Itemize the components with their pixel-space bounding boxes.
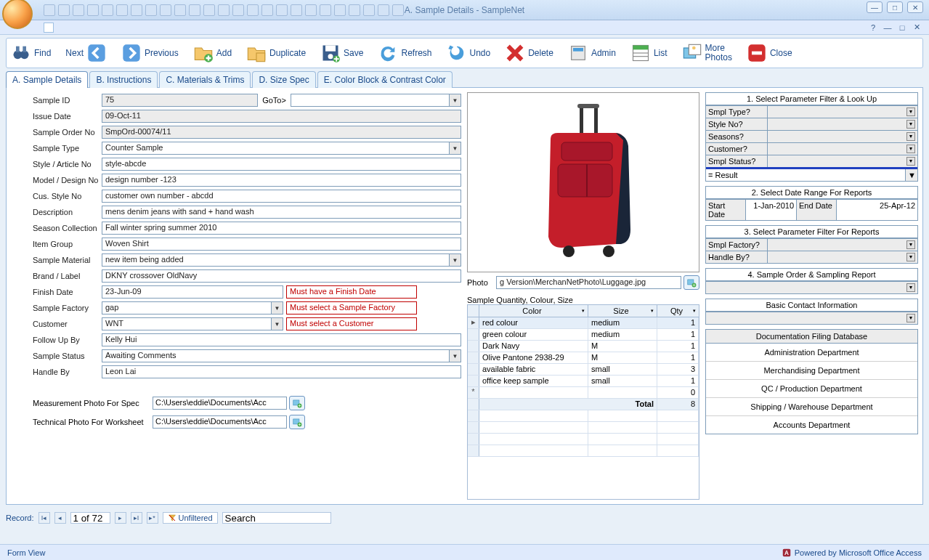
style-no-select[interactable]: ▼ [768, 118, 917, 130]
tab-sample-details[interactable]: A. Sample Details [6, 71, 88, 88]
table-row[interactable]: ▸red colourmedium1 [468, 317, 699, 329]
customer-input[interactable]: WNT [102, 317, 272, 330]
tab-materials-trims[interactable]: C. Materials & Trims [159, 71, 251, 88]
photo-browse-button[interactable] [683, 275, 699, 290]
qat-icon[interactable] [58, 4, 70, 16]
qat-icon[interactable] [363, 4, 375, 16]
qat-icon[interactable] [145, 4, 157, 16]
qat-icon[interactable] [305, 4, 317, 16]
cus-style-input[interactable]: customer own number - abcdd [102, 190, 461, 203]
chevron-down-icon[interactable]: ▼ [906, 253, 915, 261]
sample-material-dropdown-arrow[interactable]: ▼ [450, 253, 461, 267]
chevron-down-icon[interactable]: ▼ [906, 107, 915, 116]
qat-icon[interactable] [116, 4, 128, 16]
doc-admin-link[interactable]: Administration Department [706, 344, 917, 362]
previous-button[interactable]: Previous [121, 43, 179, 63]
chevron-down-icon[interactable]: ▼ [906, 145, 915, 153]
doc-merch-link[interactable]: Merchandising Department [706, 362, 917, 380]
restore-ribbon-icon[interactable]: □ [897, 23, 907, 33]
sample-type-dropdown-arrow[interactable]: ▼ [450, 142, 461, 155]
customer-dropdown-arrow[interactable]: ▼ [272, 317, 283, 330]
table-row[interactable]: green colourmedium1 [468, 329, 699, 341]
customer-filter-select[interactable]: ▼ [768, 143, 917, 155]
qat-icon[interactable] [218, 4, 230, 16]
record-position-input[interactable] [70, 512, 110, 524]
doc-qc-link[interactable]: QC / Production Department [706, 380, 917, 398]
qat-icon[interactable] [203, 4, 215, 16]
grid-corner[interactable] [468, 305, 479, 317]
qat-icon[interactable] [174, 4, 186, 16]
photo-path-input[interactable]: g Version\MerchanNetPhoto\Luggage.jpg [496, 276, 681, 289]
close-ribbon-icon[interactable]: ✕ [912, 23, 922, 33]
nav-first-button[interactable]: I◂ [38, 512, 50, 524]
nav-next-button[interactable]: ▸ [115, 512, 126, 524]
duplicate-button[interactable]: Duplicate [246, 43, 306, 63]
help-icon[interactable]: ? [868, 23, 878, 33]
qat-icon[interactable] [189, 4, 200, 16]
nav-new-button[interactable]: ▸* [147, 512, 158, 524]
qat-icon[interactable] [73, 4, 84, 16]
table-row[interactable]: Dark NavyM1 [468, 341, 699, 352]
style-no-input[interactable]: style-abcde [102, 158, 461, 171]
col-qty-header[interactable]: Qty▾ [657, 305, 699, 317]
goto-input[interactable] [291, 94, 450, 107]
follow-up-input[interactable]: Kelly Hui [102, 333, 461, 346]
qat-icon[interactable] [247, 4, 259, 16]
add-button[interactable]: Add [193, 43, 232, 63]
chevron-down-icon[interactable]: ▼ [906, 314, 915, 322]
table-row-new[interactable]: *0 [468, 387, 699, 399]
sample-order-no-input[interactable]: SmpOrd-00074/11 [102, 126, 461, 139]
qat-icon[interactable] [349, 4, 360, 16]
chevron-down-icon[interactable]: ▼ [906, 157, 915, 166]
handle-by-input[interactable]: Leon Lai [102, 365, 461, 378]
chevron-down-icon[interactable]: ▼ [906, 240, 915, 249]
handle-by-filter-select[interactable]: ▼ [768, 251, 917, 263]
sample-factory-dropdown-arrow[interactable]: ▼ [272, 301, 283, 315]
search-input[interactable] [222, 512, 331, 524]
result-dropdown-arrow[interactable]: ▼ [906, 169, 917, 181]
admin-button[interactable]: Admin [568, 43, 616, 63]
nav-last-button[interactable]: ▸I [131, 512, 142, 524]
chevron-down-icon[interactable]: ▼ [906, 283, 915, 292]
qat-icon[interactable] [44, 4, 55, 16]
undo-button[interactable]: Undo [447, 43, 491, 63]
sampling-report-select[interactable]: ▼ [706, 282, 917, 293]
finish-date-input[interactable]: 23-Jun-09 [102, 285, 283, 299]
find-button[interactable]: Find [11, 43, 51, 63]
tech-photo-input[interactable]: C:\Users\eddie\Documents\Acc [153, 415, 287, 429]
start-date-input[interactable]: 1-Jan-2010 [746, 200, 797, 220]
qat-icon[interactable] [291, 4, 302, 16]
sample-material-input[interactable]: new item being added [102, 253, 450, 267]
maximize-button[interactable]: □ [887, 1, 903, 13]
smpl-status-select[interactable]: ▼ [768, 155, 917, 167]
table-row[interactable]: Olive Pantone 2938-29M1 [468, 352, 699, 364]
doc-shipping-link[interactable]: Shipping / Warehouse Department [706, 398, 917, 416]
sample-status-input[interactable]: Awaiting Comments [102, 349, 450, 362]
office-orb-icon[interactable] [2, 0, 33, 29]
col-color-header[interactable]: Color▾ [479, 305, 588, 317]
filter-chip[interactable]: Unfiltered [163, 512, 218, 524]
qat-icon[interactable] [232, 4, 244, 16]
qat-icon[interactable] [102, 4, 113, 16]
season-input[interactable]: Fall winter spring summer 2010 [102, 222, 461, 235]
qat-icon[interactable] [131, 4, 142, 16]
tab-color-block[interactable]: E. Color Block & Contrast Color [317, 71, 453, 88]
sample-status-dropdown-arrow[interactable]: ▼ [450, 349, 461, 362]
qat-icon[interactable] [392, 4, 404, 16]
item-group-input[interactable]: Woven Shirt [102, 238, 461, 251]
issue-date-input[interactable]: 09-Oct-11 [102, 110, 461, 123]
close-button[interactable]: ✕ [907, 1, 923, 13]
smpl-type-select[interactable]: ▼ [768, 106, 917, 118]
tech-photo-browse-button[interactable] [289, 415, 305, 429]
col-size-header[interactable]: Size▾ [588, 305, 657, 317]
min-ribbon-icon[interactable]: — [883, 23, 893, 33]
result-select[interactable]: = Result [706, 169, 906, 181]
next-button[interactable]: Next [65, 43, 107, 63]
qat-icon[interactable] [334, 4, 346, 16]
delete-button[interactable]: Delete [505, 43, 553, 63]
smpl-factory-select[interactable]: ▼ [768, 239, 917, 251]
chevron-down-icon[interactable]: ▼ [906, 132, 915, 141]
close-toolbar-button[interactable]: Close [747, 43, 792, 63]
qat-icon[interactable] [261, 4, 273, 16]
save-button[interactable]: Save [320, 43, 363, 63]
